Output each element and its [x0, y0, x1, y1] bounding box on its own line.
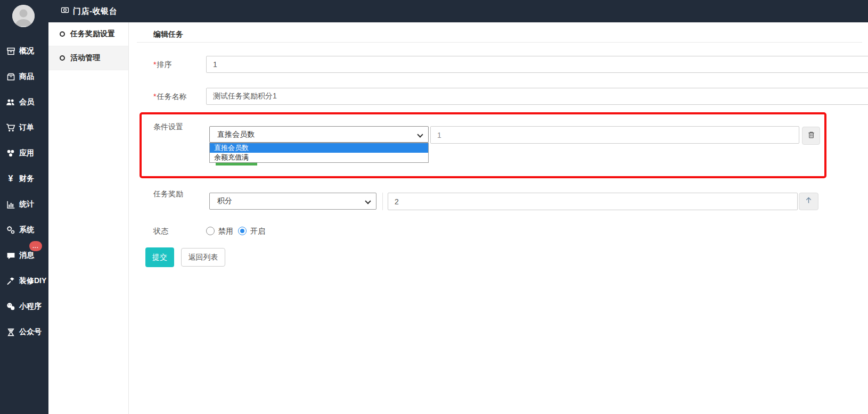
message-count-badge: ...: [29, 241, 42, 251]
main-content: 编辑任务 *排序 *任务名称 条件设置 直推会员数 直推会员数 余额充值满 任务…: [129, 22, 868, 414]
task-name-label: *任务名称: [153, 92, 186, 102]
condition-type-select[interactable]: 直推会员数: [209, 126, 429, 143]
sidebar-item-diy[interactable]: 装修DIY: [0, 268, 48, 294]
hammer-icon: [6, 276, 15, 286]
secondary-sidebar: 任务奖励设置 活动管理: [48, 22, 129, 414]
finance-icon: ¥: [6, 174, 15, 184]
dropdown-option-direct-members[interactable]: 直推会员数: [210, 143, 428, 153]
reward-label: 任务奖励: [153, 189, 183, 199]
sidebar-item-official-account[interactable]: 公众号: [0, 319, 48, 345]
status-disabled-radio[interactable]: [206, 227, 215, 235]
status-enabled-radio[interactable]: [238, 227, 247, 235]
required-asterisk: *: [153, 92, 156, 101]
apps-icon: [6, 148, 15, 158]
overview-icon: [6, 46, 15, 56]
members-icon: [6, 97, 15, 107]
sidebar-item-system[interactable]: 系统: [0, 217, 48, 243]
trash-icon: [807, 131, 815, 141]
submenu-item-task-reward-settings[interactable]: 任务奖励设置: [48, 22, 128, 46]
hourglass-icon: [6, 327, 15, 337]
required-asterisk: *: [153, 60, 156, 69]
circle-icon: [60, 55, 65, 61]
condition-label: 条件设置: [153, 122, 183, 132]
sort-input[interactable]: [206, 56, 868, 73]
submit-button[interactable]: 提交: [145, 247, 174, 267]
cashier-icon: [61, 6, 69, 16]
system-icon: [6, 225, 15, 235]
chevron-down-icon: [417, 131, 423, 137]
reward-type-selected-value: 积分: [217, 196, 232, 206]
header-divider: [137, 42, 862, 43]
circle-icon: [60, 31, 65, 37]
sidebar-item-overview[interactable]: 概况: [0, 38, 48, 64]
dropdown-option-balance-recharge[interactable]: 余额充值满: [210, 153, 428, 162]
top-bar: 门店-收银台: [0, 0, 868, 22]
reward-value-input[interactable]: [388, 193, 798, 210]
sidebar-item-finance[interactable]: ¥ 财务: [0, 166, 48, 192]
wechat-icon: [6, 302, 15, 311]
chevron-down-icon: [365, 198, 371, 204]
sidebar-item-goods[interactable]: 商品: [0, 64, 48, 89]
add-condition-button-partial[interactable]: [216, 163, 257, 165]
primary-nav: 概况 商品 会员 订单 应用 ¥: [0, 38, 48, 345]
status-enabled-label[interactable]: 开启: [250, 227, 265, 236]
move-up-button[interactable]: [799, 193, 818, 210]
message-icon: [6, 251, 15, 260]
page-title: 编辑任务: [153, 30, 183, 39]
condition-type-selected-value: 直推会员数: [217, 130, 255, 139]
status-label: 状态: [153, 227, 168, 236]
sidebar-item-messages[interactable]: 消息 ...: [0, 243, 48, 268]
sort-label: *排序: [153, 60, 171, 70]
app-title: 门店-收银台: [73, 6, 117, 16]
sidebar-item-miniprogram[interactable]: 小程序: [0, 294, 48, 319]
back-to-list-button[interactable]: 返回列表: [181, 248, 225, 267]
sidebar-item-members[interactable]: 会员: [0, 89, 48, 115]
condition-value-input[interactable]: [430, 126, 799, 144]
sidebar-item-apps[interactable]: 应用: [0, 140, 48, 166]
delete-condition-button[interactable]: [802, 127, 820, 145]
reward-type-select[interactable]: 积分: [209, 193, 376, 210]
stats-icon: [6, 200, 15, 209]
sidebar-item-orders[interactable]: 订单: [0, 115, 48, 140]
orders-icon: [6, 123, 15, 133]
sidebar-item-stats[interactable]: 统计: [0, 192, 48, 217]
task-name-input[interactable]: [206, 88, 868, 105]
cell-divider: [382, 193, 383, 210]
goods-icon: [6, 72, 15, 81]
avatar[interactable]: [12, 5, 35, 27]
condition-type-dropdown: 直推会员数 余额充值满: [209, 143, 429, 163]
submenu-item-activity-management[interactable]: 活动管理: [48, 46, 128, 70]
arrow-up-icon: [805, 196, 813, 206]
status-disabled-label[interactable]: 禁用: [218, 227, 233, 236]
primary-sidebar: 概况 商品 会员 订单 应用 ¥: [0, 0, 48, 414]
